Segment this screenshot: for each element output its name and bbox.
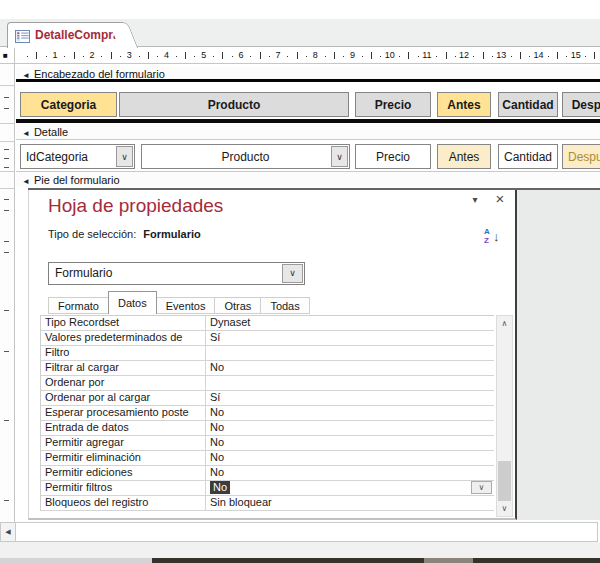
ruler-tick (594, 52, 595, 59)
ruler-dot (585, 56, 586, 57)
header-labels-row: CategoriaProductoPrecioAntesCantidadDesp… (16, 92, 600, 117)
property-value[interactable]: No (206, 421, 494, 435)
section-bar-label: Pie del formulario (34, 174, 120, 186)
header-label-antes[interactable]: Antes (437, 92, 491, 117)
property-name: Filtrar al cargar (41, 361, 206, 375)
vertical-ruler (0, 64, 15, 522)
ruler-dot (46, 56, 47, 57)
detail-control-precio[interactable]: Precio (355, 144, 431, 169)
value-text: Sí (210, 331, 220, 343)
detail-control-despu[interactable]: Despu (562, 144, 600, 169)
detail-control-producto[interactable]: Producto∨ (141, 144, 350, 169)
ruler-number: 6 (238, 50, 243, 60)
object-selector-combobox[interactable]: Formulario ∨ (48, 262, 305, 285)
chevron-down-icon: ∨ (121, 152, 128, 162)
detail-control-cantidad[interactable]: Cantidad (498, 144, 558, 169)
header-label-categoria[interactable]: Categoria (20, 92, 117, 117)
tab-eventos[interactable]: Eventos (156, 297, 216, 314)
property-value[interactable]: No (206, 436, 494, 450)
chevron-down-icon: ∨ (289, 263, 296, 284)
vruler-tick (4, 108, 9, 109)
detail-control-antes[interactable]: Antes (437, 144, 491, 169)
pane-menu-button[interactable]: ▾ (467, 192, 483, 207)
ruler-number: 10 (385, 50, 395, 60)
tab-otras[interactable]: Otras (214, 297, 261, 314)
ruler-dot (511, 56, 512, 57)
bottom-strip (424, 558, 473, 563)
dropdown-button[interactable]: ∨ (282, 264, 303, 283)
sort-az-button[interactable]: A Z ↓ (484, 228, 506, 248)
ruler-dot (194, 56, 195, 57)
ruler-number: 12 (459, 50, 469, 60)
tab-datos[interactable]: Datos (108, 291, 157, 314)
dropdown-button[interactable]: ∨ (471, 481, 492, 494)
document-tab-detallecompra[interactable]: DetalleCompra (7, 22, 121, 48)
close-button[interactable]: × (492, 190, 508, 207)
section-bar-form-header[interactable]: ◄Encabezado del formulario (16, 66, 600, 82)
property-value[interactable]: Dynaset (206, 316, 494, 330)
ruler-number: 4 (164, 50, 169, 60)
property-sheet-title: Hoja de propiedades (48, 195, 223, 217)
ruler-dot (529, 56, 530, 57)
ruler-dot (455, 56, 456, 57)
property-name: Tipo Recordset (41, 316, 206, 330)
header-label-producto[interactable]: Producto (119, 92, 349, 117)
property-value[interactable]: No (206, 451, 494, 465)
control-text: Cantidad (504, 150, 552, 164)
property-value[interactable] (206, 376, 494, 390)
vruler-tick (4, 241, 9, 242)
property-row: Permitir filtrosNo∨ (41, 481, 494, 496)
scroll-left-button[interactable]: ◀ (1, 523, 16, 541)
selection-type: Tipo de selección:Formulario (48, 228, 201, 240)
ruler-dot (83, 56, 84, 57)
ruler-origin[interactable]: ■ (0, 48, 15, 63)
value-text: No (210, 406, 224, 418)
document-tab-bar: DetalleCompra (0, 19, 600, 47)
ruler-dot (548, 56, 549, 57)
selected-value: No (210, 481, 230, 494)
scrollbar-thumb[interactable] (498, 461, 511, 501)
header-label-precio[interactable]: Precio (355, 92, 431, 117)
property-value[interactable]: Sí (206, 331, 494, 345)
selection-type-label: Tipo de selección: (48, 228, 136, 240)
section-bar-form-footer[interactable]: ◄Pie del formulario (16, 171, 600, 187)
ruler-number: 8 (313, 50, 318, 60)
property-value[interactable]: Sí (206, 391, 494, 405)
property-value[interactable]: No (206, 466, 494, 480)
property-name: Valores predeterminados de (41, 331, 206, 345)
dropdown-button[interactable]: ∨ (331, 146, 348, 167)
vruler-tick (4, 199, 9, 200)
tab-formato[interactable]: Formato (48, 297, 109, 314)
property-value[interactable]: No∨ (206, 481, 494, 495)
detail-control-idcategoria[interactable]: IdCategoria∨ (20, 144, 135, 169)
property-value[interactable] (206, 346, 494, 360)
section-bar-label: Encabezado del formulario (34, 68, 165, 80)
property-value[interactable]: No (206, 406, 494, 420)
scroll-up-icon: ∧ (502, 319, 508, 328)
header-label-despu[interactable]: Despu (562, 92, 600, 117)
control-text: Producto (221, 150, 269, 164)
horizontal-scrollbar[interactable]: ◀ (0, 522, 598, 542)
header-label-cantidad[interactable]: Cantidad (498, 92, 558, 117)
property-row: Ordenar por (41, 376, 494, 391)
ruler-number: 5 (201, 50, 206, 60)
scroll-up-button[interactable]: ∧ (497, 316, 512, 331)
value-text: No (210, 361, 224, 373)
vruler-section-line (0, 85, 14, 86)
ruler-tick (408, 52, 409, 59)
ruler-dot (120, 56, 121, 57)
scroll-down-button[interactable]: ∨ (497, 501, 512, 516)
tab-todas[interactable]: Todas (260, 297, 309, 314)
property-value[interactable]: No (206, 361, 494, 375)
ruler-dot (306, 56, 307, 57)
section-bar-detail[interactable]: ◄Detalle (16, 124, 600, 140)
value-text: Sin bloquear (210, 496, 272, 508)
vertical-scrollbar[interactable]: ∧ ∨ (496, 315, 513, 517)
ruler-tick (446, 52, 447, 59)
vruler-section-line (0, 188, 14, 189)
property-value[interactable]: Sin bloquear (206, 496, 494, 510)
ruler-tick (260, 52, 261, 59)
ruler-tick (111, 52, 112, 59)
ruler-dot (250, 56, 251, 57)
dropdown-button[interactable]: ∨ (116, 146, 133, 167)
